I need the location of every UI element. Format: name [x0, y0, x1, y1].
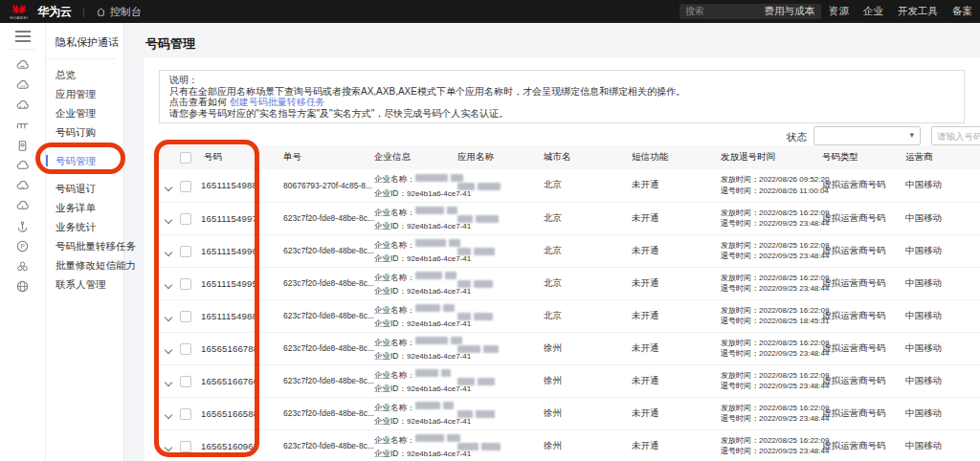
huawei-logo-text: HUAWEI	[10, 16, 28, 20]
sidebar-item-7[interactable]: 业务统计	[46, 217, 123, 236]
rail-cloud-icon[interactable]	[0, 156, 46, 176]
row-expand-icon[interactable]	[165, 379, 172, 386]
city-cell: 北京	[544, 169, 632, 202]
huawei-logo-icon: HUAWEI	[9, 4, 30, 20]
redacted-text	[443, 304, 455, 312]
icon-rail: P	[0, 23, 46, 461]
sidebar-item-6[interactable]: 业务详单	[46, 198, 123, 217]
row-checkbox[interactable]	[180, 213, 191, 225]
column-header-5: 短信功能	[632, 145, 721, 169]
redacted-text	[443, 402, 454, 409]
topbar-menu-item-0[interactable]: 费用与成本	[765, 5, 815, 18]
row-expand-icon[interactable]	[165, 346, 172, 354]
topbar-menu: 费用与成本资源企业开发工具备案	[765, 0, 973, 23]
brand-name[interactable]: 华为云	[37, 4, 72, 20]
table-row: 16511154996623c7f20-fde8-48be-8c...企业名称：…	[159, 234, 980, 267]
rail-parking-circle-icon[interactable]: P	[0, 236, 46, 256]
order-cell: 623c7f20-fde8-48be-8c...	[283, 267, 374, 299]
rail-anchor-icon[interactable]	[0, 216, 46, 236]
table-row: 16565166766623c7f20-fde8-48be-8c...企业名称：…	[159, 364, 980, 397]
sidebar: 隐私保护通话 总览应用管理企业管理号码订购号码管理号码退订业务详单业务统计号码批…	[46, 23, 124, 461]
row-checkbox[interactable]	[180, 441, 191, 452]
redacted-enterprise-name	[415, 239, 446, 247]
row-checkbox[interactable]	[180, 181, 191, 192]
row-expand-icon[interactable]	[165, 184, 172, 191]
rail-cloud-pin-icon[interactable]	[0, 196, 46, 216]
row-checkbox[interactable]	[180, 278, 191, 290]
row-expand-icon[interactable]	[165, 411, 172, 419]
rail-globe-icon[interactable]	[0, 276, 46, 296]
redacted-enterprise-name	[415, 402, 440, 409]
topbar-menu-item-2[interactable]: 企业	[863, 5, 883, 18]
row-expand-icon[interactable]	[165, 249, 172, 256]
status-select[interactable]: ▾	[813, 126, 921, 145]
redacted-text	[474, 280, 493, 288]
notice-line-2: 只有在全部应用名称场景下查询号码或者搜索AX,AXB,AXE模式下单个应用名称时…	[169, 86, 954, 98]
rail-document-icon[interactable]	[0, 136, 46, 156]
sidebar-item-10[interactable]: 联系人管理	[46, 274, 123, 294]
rail-cloud-chat-icon[interactable]	[0, 76, 46, 96]
redacted-enterprise-name	[415, 304, 440, 312]
rail-cloud-storage-icon[interactable]	[0, 96, 46, 116]
sidebar-item-1[interactable]: 应用管理	[46, 84, 123, 103]
redacted-enterprise-name	[415, 207, 444, 214]
redacted-text	[478, 378, 495, 385]
number-type-cell: 虚拟运营商号码	[822, 234, 905, 267]
redacted-text	[447, 434, 460, 442]
row-checkbox[interactable]	[180, 376, 191, 387]
number-cell: 16565166788	[201, 332, 283, 364]
topbar-menu-item-1[interactable]: 资源	[829, 5, 849, 18]
topbar-menu-item-4[interactable]: 备案	[952, 5, 972, 18]
redacted-text	[451, 337, 462, 344]
number-search-input[interactable]	[931, 126, 980, 145]
rail-wave-icon[interactable]	[0, 116, 46, 136]
search-placeholder: 搜索	[685, 5, 704, 18]
row-checkbox[interactable]	[180, 343, 191, 355]
table-row: 16565166588623c7f20-fde8-48be-8c...企业名称：…	[159, 397, 980, 429]
console-link[interactable]: 控制台	[96, 5, 142, 19]
order-cell: 80676793-270f-4c85-8...	[283, 169, 374, 202]
create-transfer-task-link[interactable]: 创建号码批量转移任务	[230, 97, 325, 107]
time-cell: 发放时间：2022/08/25 16:22:09退号时间：2022/09/25 …	[721, 397, 822, 429]
redacted-app-name	[457, 313, 471, 320]
carrier-cell: 中国移动	[905, 397, 980, 429]
rail-cloud-server-icon[interactable]	[0, 55, 46, 76]
enterprise-cell: 企业名称：企业ID：92e4b1a6-4ce7-41	[374, 234, 457, 267]
sidebar-item-8[interactable]: 号码批量转移任务	[46, 236, 123, 255]
topbar-separator: |	[82, 6, 85, 17]
home-icon	[96, 7, 106, 17]
sidebar-item-9[interactable]: 批量修改短信能力	[46, 255, 123, 274]
redacted-app-name	[457, 183, 475, 190]
rail-cloud-home-icon[interactable]	[0, 176, 46, 196]
row-expand-icon[interactable]	[165, 216, 172, 224]
row-expand-icon[interactable]	[165, 444, 172, 451]
number-type-cell: 虚拟运营商号码	[822, 169, 905, 202]
enterprise-cell: 企业名称：企业ID：92e4b1a6-4ce7-41	[374, 429, 457, 461]
sms-status-cell: 未开通	[632, 364, 721, 397]
sidebar-item-0[interactable]: 总览	[46, 65, 123, 84]
city-cell: 徐州	[544, 429, 632, 461]
sidebar-item-4[interactable]: 号码管理	[46, 151, 123, 170]
sidebar-item-3[interactable]: 号码订购	[46, 122, 123, 142]
sidebar-item-5[interactable]: 号码退订	[46, 179, 123, 198]
topbar-menu-item-3[interactable]: 开发工具	[898, 5, 938, 18]
redacted-text	[476, 410, 495, 418]
menu-icon[interactable]	[15, 31, 31, 42]
row-expand-icon[interactable]	[165, 281, 172, 289]
select-all-checkbox[interactable]	[180, 152, 191, 164]
sidebar-item-2[interactable]: 企业管理	[46, 103, 123, 122]
table-row: 16511154995623c7f20-fde8-48be-8c...企业名称：…	[159, 267, 980, 299]
carrier-cell: 中国移动	[905, 364, 980, 397]
redacted-text	[478, 183, 501, 190]
city-cell: 徐州	[544, 397, 632, 429]
number-type-cell: 虚拟运营商号码	[822, 364, 905, 397]
chevron-down-icon: ▾	[909, 130, 914, 140]
redacted-text	[447, 207, 457, 214]
table-row: 16565160966623c7f20-fde8-48be-8c...企业名称：…	[159, 429, 980, 461]
rail-cluster-icon[interactable]	[0, 256, 46, 276]
row-checkbox[interactable]	[180, 311, 191, 322]
table-row: 16565166788623c7f20-fde8-48be-8c...企业名称：…	[159, 332, 980, 364]
row-expand-icon[interactable]	[165, 314, 172, 321]
row-checkbox[interactable]	[180, 408, 191, 420]
row-checkbox[interactable]	[180, 246, 191, 257]
